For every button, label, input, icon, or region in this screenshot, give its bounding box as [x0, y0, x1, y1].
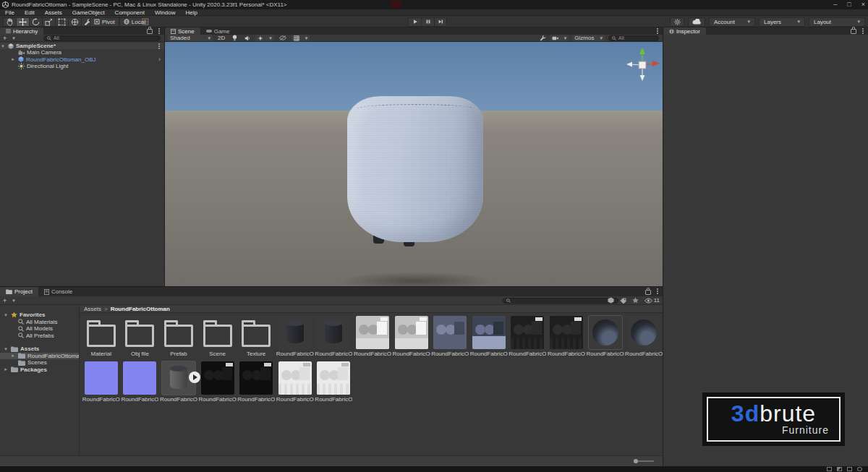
project-tree-item-favorites[interactable]: ▾Favorites [0, 312, 79, 319]
hierarchy-search-input[interactable]: All [43, 35, 161, 41]
asset-roundfabricott-[interactable]: RoundFabricOtt... [276, 361, 315, 403]
grid-snap-button[interactable] [142, 17, 149, 27]
minimize-button[interactable]: – [833, 0, 837, 9]
asset-texture[interactable]: Texture [237, 315, 276, 357]
asset-roundfabricott-[interactable]: RoundFabricOtt... [469, 315, 509, 357]
grid-visibility-dropdown[interactable]: ▾ [292, 35, 310, 41]
scene-search-input[interactable]: All [608, 35, 659, 41]
layout-dropdown[interactable]: Layout▾ [809, 17, 865, 27]
asset-roundfabricott-[interactable]: RoundFabricOtt... [121, 361, 160, 403]
pause-button[interactable] [421, 17, 434, 27]
asset-roundfabricott-[interactable]: RoundFabricOtt... [159, 361, 198, 403]
label-icon[interactable] [620, 298, 626, 304]
move-tool-button[interactable] [16, 17, 29, 27]
menu-edit[interactable]: Edit [20, 9, 40, 16]
2d-toggle[interactable]: 2D [216, 35, 227, 41]
close-button[interactable]: × [861, 0, 865, 9]
scene-menu-icon[interactable] [158, 46, 160, 47]
asset-roundfabricott-[interactable]: RoundFabricOtt... [82, 361, 121, 403]
status-icon-4[interactable] [857, 467, 862, 471]
project-tree-item-roundfabricottoman[interactable]: ▸RoundFabricOttoman [0, 353, 79, 360]
scale-tool-button[interactable] [42, 17, 55, 27]
asset-roundfabricott-[interactable]: RoundFabricOtt... [237, 361, 276, 403]
tools-icon[interactable] [540, 35, 546, 41]
tab-game[interactable]: Game [200, 27, 236, 35]
inspector-menu-icon[interactable] [862, 30, 864, 32]
foldout-icon[interactable]: ▸ [3, 366, 9, 372]
asset-roundfabricott-[interactable]: RoundFabricOtt... [392, 315, 431, 357]
menu-help[interactable]: Help [180, 9, 202, 16]
hierarchy-row-scene[interactable]: ▾ SampleScene* [0, 43, 164, 49]
status-icon-3[interactable] [847, 467, 852, 471]
tab-console[interactable]: Console [38, 287, 78, 296]
hierarchy-row-main-camera[interactable]: Main Camera [0, 49, 164, 56]
scene-visibility-toggle[interactable] [277, 35, 289, 41]
menu-file[interactable]: File [0, 9, 20, 16]
thumbnail-size-slider[interactable] [634, 460, 654, 462]
project-tree-item-packages[interactable]: ▸Packages [0, 366, 79, 374]
asset-roundfabricott-[interactable]: RoundFabricOtt... [353, 315, 392, 357]
play-button[interactable] [408, 17, 421, 27]
lock-icon[interactable] [645, 290, 651, 295]
asset-material[interactable]: Material [82, 315, 121, 357]
project-tree-item-all-materials[interactable]: All Materials [0, 319, 79, 326]
tab-hierarchy[interactable]: Hierarchy [0, 27, 43, 35]
menu-gameobject[interactable]: GameObject [67, 9, 110, 16]
asset-scene[interactable]: Scene [198, 315, 237, 357]
menu-window[interactable]: Window [150, 9, 180, 16]
rect-tool-button[interactable] [55, 17, 68, 27]
foldout-icon[interactable]: ▾ [3, 312, 9, 318]
breadcrumb-root[interactable]: Assets [84, 306, 101, 312]
hierarchy-menu-icon[interactable] [158, 30, 160, 32]
project-tree-item-assets[interactable]: ▾Assets [0, 346, 79, 353]
camera-settings-dropdown[interactable]: ▾ [550, 35, 569, 41]
foldout-icon[interactable]: ▾ [3, 346, 9, 352]
asset-roundfabricott-[interactable]: RoundFabricOtt... [276, 315, 315, 357]
project-menu-icon[interactable] [657, 291, 658, 292]
asset-roundfabricott-[interactable]: RoundFabricOtt... [586, 315, 625, 357]
status-icon-2[interactable] [837, 467, 842, 471]
scene-canvas[interactable] [165, 42, 663, 286]
ottoman-model[interactable] [347, 96, 483, 242]
hierarchy-row-directional-light[interactable]: Directional Light [0, 63, 164, 69]
hierarchy-create-button[interactable]: +▾ [0, 35, 18, 42]
asset-roundfabricott-[interactable]: RoundFabricOtt... [315, 315, 354, 357]
layers-dropdown[interactable]: Layers▾ [759, 17, 805, 27]
effects-dropdown[interactable]: ▾ [255, 35, 274, 41]
orientation-gizmo[interactable] [622, 45, 663, 85]
project-search-input[interactable] [503, 298, 618, 304]
lock-icon[interactable] [147, 29, 153, 34]
transform-tool-button[interactable] [68, 17, 81, 27]
favorite-star-icon[interactable] [632, 297, 639, 304]
foldout-icon[interactable]: ▾ [0, 43, 6, 49]
asset-obj-file[interactable]: Obj file [121, 315, 160, 357]
pivot-toggle[interactable]: Pivot [90, 17, 119, 27]
maximize-button[interactable]: □ [847, 0, 851, 9]
foldout-icon[interactable]: ▸ [10, 56, 16, 62]
account-dropdown[interactable]: Account▾ [709, 17, 755, 27]
asset-roundfabricott-[interactable]: RoundFabricOtt... [315, 361, 354, 403]
project-tree-item-scenes[interactable]: Scenes [0, 359, 79, 366]
hand-tool-button[interactable] [3, 17, 16, 27]
package-icon[interactable] [608, 297, 614, 304]
project-tree-item-all-prefabs[interactable]: All Prefabs [0, 332, 79, 340]
lock-icon[interactable] [851, 29, 856, 34]
project-tree-item-all-models[interactable]: All Models [0, 325, 79, 332]
lighting-toggle[interactable] [230, 35, 239, 41]
prefab-open-arrow-icon[interactable]: › [158, 56, 161, 63]
project-create-button[interactable]: +▾ [0, 297, 18, 304]
services-button[interactable] [670, 17, 684, 27]
status-icon-1[interactable] [827, 467, 832, 471]
shading-dropdown[interactable]: Shaded▾ [168, 35, 213, 41]
step-button[interactable] [434, 17, 447, 27]
hierarchy-row-roundfabricottoman-obj[interactable]: ▸RoundFabricOttoman_OBJ› [0, 56, 164, 63]
cloud-button[interactable] [688, 17, 705, 27]
breadcrumb-current[interactable]: RoundFabricOttoman [111, 306, 170, 312]
asset-prefab[interactable]: Prefab [159, 315, 198, 357]
audio-toggle[interactable] [242, 35, 252, 41]
asset-roundfabricott-[interactable]: RoundFabricOtt... [430, 315, 469, 357]
foldout-icon[interactable]: ▸ [10, 353, 16, 359]
asset-roundfabricott-[interactable]: RoundFabricOtt... [509, 315, 548, 357]
tab-project[interactable]: Project [0, 287, 38, 296]
scene-menu-icon[interactable] [657, 30, 658, 32]
